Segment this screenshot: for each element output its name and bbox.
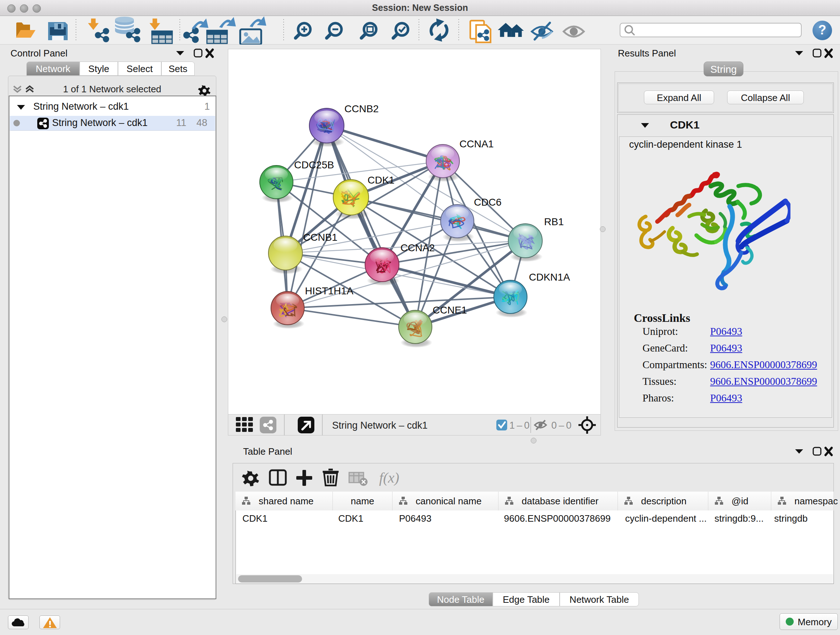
svg-text:CCNB1: CCNB1	[303, 232, 338, 243]
svg-text:HIST1H1A: HIST1H1A	[305, 285, 354, 296]
svg-text:CCNB2: CCNB2	[344, 103, 379, 114]
svg-text:RB1: RB1	[544, 216, 564, 227]
svg-text:1 – 0: 1 – 0	[509, 420, 530, 431]
svg-text:CDKN1A: CDKN1A	[529, 272, 570, 283]
svg-text:CCNA1: CCNA1	[459, 138, 494, 149]
svg-text:0 – 0: 0 – 0	[551, 420, 572, 431]
svg-text:CDC6: CDC6	[474, 196, 501, 208]
svg-text:CCNA2: CCNA2	[401, 242, 435, 253]
svg-text:CDC25B: CDC25B	[294, 159, 334, 171]
svg-text:String Network – cdk1: String Network – cdk1	[332, 420, 428, 431]
svg-text:CCNE1: CCNE1	[433, 304, 467, 316]
svg-text:f(x): f(x)	[379, 470, 399, 486]
svg-text:CDK1: CDK1	[368, 174, 395, 186]
